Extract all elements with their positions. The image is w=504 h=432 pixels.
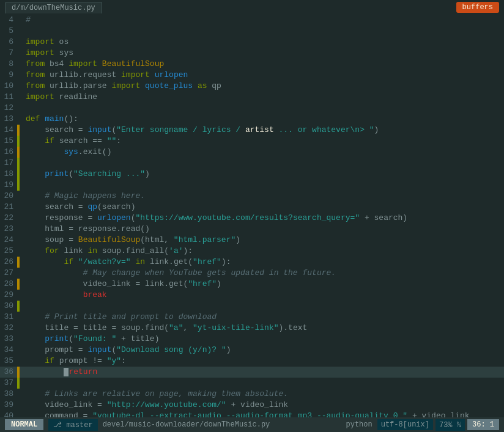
table-row: 12: [0, 103, 504, 114]
line-number: 7: [0, 48, 17, 59]
line-number: 5: [0, 26, 17, 37]
table-row: 18 print("Searching ..."): [0, 169, 504, 180]
code-line: html = response.read(): [20, 224, 504, 235]
table-row: 33 print("Found: " + title): [0, 334, 504, 345]
percent-value: 73%: [439, 421, 453, 430]
line-number: 31: [0, 312, 17, 323]
code-line: response = urlopen("https://www.youtube.…: [20, 213, 504, 224]
code-line: [20, 158, 504, 169]
table-row: 11import readline: [0, 92, 504, 103]
table-row: 24 soup = BeautifulSoup(html, "html.pars…: [0, 235, 504, 246]
table-row: 16 sys.exit(): [0, 147, 504, 158]
table-row: 4#: [0, 15, 504, 26]
code-line: def main():: [20, 114, 504, 125]
code-line: from urllib.request import urlopen: [20, 70, 504, 81]
table-row: 21 search = qp(search): [0, 202, 504, 213]
cursor-position: 36: 1: [467, 419, 499, 430]
table-row: 35 if prompt != "y":: [0, 356, 504, 367]
line-number: 34: [0, 345, 17, 356]
code-line: import readline: [20, 92, 504, 103]
line-number: 40: [0, 411, 17, 417]
table-row: 38 # Links are relative on page, making …: [0, 389, 504, 400]
code-line: import sys: [20, 48, 504, 59]
line-number: 36: [0, 367, 17, 378]
line-number: 24: [0, 235, 17, 246]
branch-icon: ⎇: [53, 421, 66, 430]
code-line: [20, 103, 504, 114]
buffers-button[interactable]: buffers: [456, 2, 499, 13]
code-line: [20, 378, 504, 389]
line-number: 14: [0, 125, 17, 136]
encoding: utf-8[unix]: [377, 419, 433, 430]
line-number: 38: [0, 389, 17, 400]
line-number: 17: [0, 158, 17, 169]
file-tab[interactable]: d/m/downTheMusic.py: [5, 2, 102, 13]
code-line: if search == "":: [20, 136, 504, 147]
vim-mode: NORMAL: [5, 419, 43, 430]
table-row: 9from urllib.request import urlopen: [0, 70, 504, 81]
table-row: 23 html = response.read(): [0, 224, 504, 235]
line-number: 15: [0, 136, 17, 147]
code-line: if prompt != "y":: [20, 356, 504, 367]
line-number: 10: [0, 81, 17, 92]
line-number: 25: [0, 246, 17, 257]
code-line: command = "youtube-dl --extract-audio --…: [20, 411, 504, 417]
table-row: 27 # May change when YouTube gets update…: [0, 268, 504, 279]
code-line: from bs4 import BeautifulSoup: [20, 59, 504, 70]
table-row: 31 # Print title and prompt to download: [0, 312, 504, 323]
scroll-percent: 73% ℕ: [435, 419, 465, 431]
line-number: 21: [0, 202, 17, 213]
code-line: break: [20, 290, 504, 301]
line-number: 35: [0, 356, 17, 367]
line-number: 28: [0, 279, 17, 290]
line-number: 8: [0, 59, 17, 70]
table-row: 7import sys: [0, 48, 504, 59]
table-row: 25 for link in soup.find_all('a'):: [0, 246, 504, 257]
title-bar: d/m/downTheMusic.py buffers: [0, 0, 504, 15]
line-number: 20: [0, 191, 17, 202]
code-line: print("Searching ..."): [20, 169, 504, 180]
table-row: 34 prompt = input("Download song (y/n)? …: [0, 345, 504, 356]
table-row: 22 response = urlopen("https://www.youtu…: [0, 213, 504, 224]
code-line: # Magic happens here.: [20, 191, 504, 202]
code-line: # Print title and prompt to download: [20, 312, 504, 323]
code-line: [20, 26, 504, 37]
table-row: 19: [0, 180, 504, 191]
col-num: 1: [490, 420, 494, 429]
code-line: print("Found: " + title): [20, 334, 504, 345]
table-row: 8from bs4 import BeautifulSoup: [0, 59, 504, 70]
file-path: devel/music-downloader/downTheMusic.py: [100, 420, 346, 429]
table-row: 30: [0, 301, 504, 312]
table-row: 13def main():: [0, 114, 504, 125]
code-line: #: [20, 15, 504, 26]
filetype: python: [346, 420, 372, 429]
code-line: soup = BeautifulSoup(html, "html.parser"…: [20, 235, 504, 246]
line-number: 4: [0, 15, 17, 26]
table-row: 5: [0, 26, 504, 37]
code-line: # May change when YouTube gets updated i…: [20, 268, 504, 279]
line-number: 9: [0, 70, 17, 81]
line-number: 33: [0, 334, 17, 345]
line-number: 30: [0, 301, 17, 312]
table-row: 32 title = title = soup.find("a", "yt-ui…: [0, 323, 504, 334]
table-row: 36 return: [0, 367, 504, 378]
table-row: 40 command = "youtube-dl --extract-audio…: [0, 411, 504, 417]
table-row: 39 video_link = "http://www.youtube.com/…: [0, 400, 504, 411]
percent-icon: ℕ: [457, 421, 461, 430]
table-row: 37: [0, 378, 504, 389]
table-row: 10from urllib.parse import quote_plus as…: [0, 81, 504, 92]
table-row: 26 if "/watch?v=" in link.get("href"):: [0, 257, 504, 268]
line-number: 16: [0, 147, 17, 158]
line-number: 23: [0, 224, 17, 235]
code-line: if "/watch?v=" in link.get("href"):: [20, 257, 504, 268]
line-number: 19: [0, 180, 17, 191]
line-number: 11: [0, 92, 17, 103]
line-number: 39: [0, 400, 17, 411]
line-number: 37: [0, 378, 17, 389]
code-line: video_link = "http://www.youtube.com/" +…: [20, 400, 504, 411]
table-row: 6import os: [0, 37, 504, 48]
code-line: search = input("Enter songname / lyrics …: [20, 125, 504, 136]
code-line: search = qp(search): [20, 202, 504, 213]
status-bar: NORMAL ⎇ master devel/music-downloader/d…: [0, 417, 504, 432]
code-line: prompt = input("Download song (y/n)? "): [20, 345, 504, 356]
